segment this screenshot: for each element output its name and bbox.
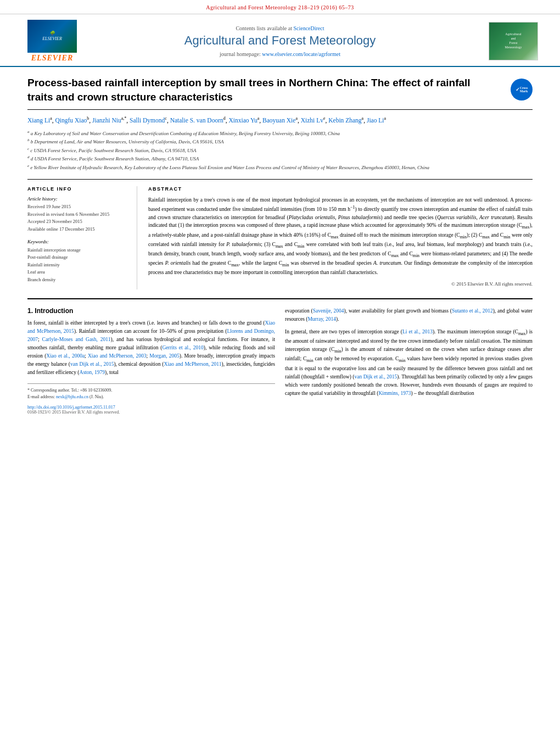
abstract-text: Rainfall interception by a tree's crown …	[148, 196, 533, 277]
keyword-3: Rainfall intensity	[27, 261, 129, 269]
corresponding-footnote: * Corresponding author. Tel.: +86 10 623…	[27, 387, 275, 394]
ref-vandijk-2015[interactable]: van Dijk et al., 2015	[70, 361, 114, 367]
affiliation-d: d d USDA Forest Service, Pacific Southwe…	[27, 154, 533, 163]
intro-para-right-1: evaporation (Savenije, 2004), water avai…	[285, 307, 533, 323]
ref-aston[interactable]: Aston, 1979	[80, 370, 105, 375]
elsevier-logo: 🌳ELSEVIER ELSEVIER	[22, 20, 82, 63]
author-xinxiao-yu[interactable]: Xinxiao Yu	[228, 117, 257, 124]
author-baoyuan-xie[interactable]: Baoyuan Xie	[262, 117, 295, 124]
author-jiao-li[interactable]: Jiao Li	[367, 117, 384, 124]
homepage-link[interactable]: www.elsevier.com/locate/agrformet	[262, 51, 340, 57]
abstract-copyright: © 2015 Elsevier B.V. All rights reserved…	[148, 281, 533, 287]
keyword-2: Post-rainfall drainage	[27, 254, 129, 261]
journal-header: 🌳ELSEVIER ELSEVIER Contents lists availa…	[0, 14, 560, 67]
history-label: Article history:	[27, 196, 129, 202]
author-natalie-doorn[interactable]: Natalie S. van Doorn	[170, 117, 223, 124]
ref-xiao-mcpherson-2011[interactable]: Xiao and McPherson, 2011	[164, 361, 222, 367]
article-info-heading: ARTICLE INFO	[27, 186, 129, 192]
ref-savenije[interactable]: Savenije, 2004	[313, 308, 344, 314]
ref-gerrits[interactable]: Gerrits et al., 2010	[162, 345, 203, 350]
received-date: Received 19 June 2015	[27, 203, 129, 211]
ref-sutanto[interactable]: Sutanto et al., 2012	[452, 308, 493, 314]
intro-para-right-2: In general, there are two types of inter…	[285, 328, 533, 398]
author-xiang-li[interactable]: Xiang Li	[27, 117, 50, 124]
email-link[interactable]: nexk@bjfu.edu.cn	[56, 394, 88, 399]
author-qingfu-xiao[interactable]: Qingfu Xiao	[55, 117, 87, 124]
keyword-4: Leaf area	[27, 269, 129, 276]
body-left-column: 1. Introduction In forest, rainfall is e…	[27, 307, 275, 415]
ref-carlyle[interactable]: Carlyle-Moses and Gash, 2011	[42, 337, 111, 342]
keyword-1: Rainfall interception storage	[27, 247, 129, 254]
author-kebin-zhang[interactable]: Kebin Zhang	[328, 117, 361, 124]
article-info-column: ARTICLE INFO Article history: Received 1…	[27, 186, 137, 289]
ref-li-2013[interactable]: Li et al., 2013	[402, 329, 433, 334]
crossmark-badge: ✓CrossMark	[511, 79, 533, 101]
email-footnote: E-mail address: nexk@bjfu.edu.cn (J. Niu…	[27, 394, 275, 400]
intro-para-1: In forest, rainfall is either intercepte…	[27, 319, 275, 377]
keywords-block: Keywords: Rainfall interception storage …	[27, 239, 129, 284]
homepage-text: journal homepage: www.elsevier.com/locat…	[93, 51, 467, 57]
author-salli-dymond[interactable]: Salli Dymond	[130, 117, 165, 124]
ref-xiao-mcpherson-2003[interactable]: Xiao and McPherson, 2003	[88, 353, 146, 359]
sciencedirect-link[interactable]: ScienceDirect	[293, 25, 324, 31]
section1-heading: 1. Introduction	[27, 307, 275, 315]
body-right-column: evaporation (Savenije, 2004), water avai…	[285, 307, 533, 415]
elsevier-wordmark: ELSEVIER	[31, 54, 73, 63]
ref-morgan[interactable]: Morgan, 2005	[149, 353, 180, 359]
footnote-section: * Corresponding author. Tel.: +86 10 623…	[27, 383, 275, 400]
doi-text[interactable]: http://dx.doi.org/10.1016/j.agrformet.20…	[27, 405, 275, 410]
journal-reference: Agricultural and Forest Meteorology 218–…	[206, 4, 354, 10]
online-date: Available online 17 December 2015	[27, 226, 129, 233]
accepted-date: Accepted 23 November 2015	[27, 218, 129, 226]
article-title: Process-based rainfall interception by s…	[27, 76, 478, 104]
article-title-section: Process-based rainfall interception by s…	[27, 76, 533, 110]
ref-kimmins[interactable]: Kimmins, 1973	[378, 390, 411, 396]
revised-date: Received in revised form 6 November 2015	[27, 211, 129, 219]
info-abstract-section: ARTICLE INFO Article history: Received 1…	[27, 179, 533, 289]
elsevier-tree-logo: 🌳ELSEVIER	[27, 20, 77, 53]
copyright-footer: 0168-1923/© 2015 Elsevier B.V. All right…	[27, 410, 275, 415]
affiliation-a: a a Key Laboratory of Soil and Water Con…	[27, 129, 533, 138]
journal-title-area: Contents lists available at ScienceDirec…	[82, 25, 478, 57]
history-block: Article history: Received 19 June 2015 R…	[27, 196, 129, 233]
affiliation-e: e e Yellow River Institute of Hydraulic …	[27, 163, 533, 172]
ref-murray[interactable]: Murray, 2014	[307, 316, 336, 322]
elsevier-logo-area: 🌳ELSEVIER ELSEVIER	[22, 20, 82, 63]
affiliations: a a Key Laboratory of Soil and Water Con…	[27, 129, 533, 172]
abstract-heading: ABSTRACT	[148, 186, 533, 192]
thumb-label: AgriculturalandForestMeteorology	[505, 32, 522, 49]
author-xizhi-lv[interactable]: Xizhi Lv	[301, 117, 323, 124]
journal-thumbnail: AgriculturalandForestMeteorology	[489, 22, 538, 60]
author-jianzhi-niu[interactable]: Jianzhi Niu	[92, 117, 121, 124]
main-journal-title: Agricultural and Forest Meteorology	[93, 34, 467, 48]
contents-available-text: Contents lists available at ScienceDirec…	[93, 25, 467, 31]
keyword-5: Branch density	[27, 276, 129, 284]
affiliation-b: b b Department of Land, Air and Water Re…	[27, 137, 533, 146]
journal-cover-thumb: AgriculturalandForestMeteorology	[478, 22, 538, 60]
main-body: 1. Introduction In forest, rainfall is e…	[27, 298, 533, 415]
ref-xiao-2000a[interactable]: Xiao et al., 2000a	[46, 353, 85, 359]
authors-line: Xiang Lia, Qingfu Xiaob, Jianzhi Niua,*,…	[27, 115, 533, 125]
abstract-column: ABSTRACT Rainfall interception by a tree…	[148, 186, 533, 289]
ref-vandijk-2015b[interactable]: van Dijk et al., 2015	[354, 374, 397, 380]
keywords-label: Keywords:	[27, 239, 129, 244]
affiliation-c: c c USDA Forest Service, Pacific Southwe…	[27, 146, 533, 155]
top-bar: Agricultural and Forest Meteorology 218–…	[0, 0, 560, 14]
article-content: Process-based rainfall interception by s…	[0, 67, 560, 426]
